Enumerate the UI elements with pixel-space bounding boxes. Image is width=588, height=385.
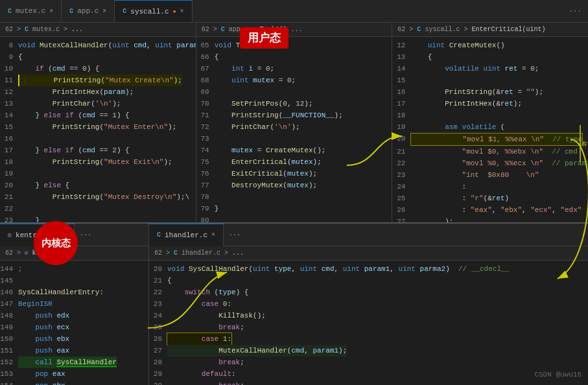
pane-ihandler-header: 62 > C ihandler.c > ... bbox=[149, 246, 588, 261]
breadcrumb-mutex: 62 > C mutex.c > ... bbox=[5, 26, 83, 33]
asm-icon-kentry: ⚙ bbox=[8, 231, 12, 239]
annotation-user-mode: 用户态 bbox=[240, 27, 288, 49]
c-icon-syscall: C bbox=[123, 8, 126, 15]
close-icon-mutex[interactable]: × bbox=[49, 8, 53, 15]
annotation-kernel-mode: 内核态 bbox=[34, 221, 78, 265]
watermark: CSDN @uwu16 bbox=[534, 371, 582, 379]
tab-mutex-c[interactable]: C mutex.c × bbox=[0, 0, 62, 22]
tab-label-mutex: mutex.c bbox=[16, 7, 45, 15]
pane-mutex-header: 62 > C mutex.c > ... bbox=[0, 23, 196, 37]
pane-ihandler: C ihandler.c × ··· 62 > C ihandler.c > .… bbox=[149, 224, 588, 385]
pane-kentry-code[interactable]: 144; 145 146SysCallHandlerEntry: 147Begi… bbox=[0, 261, 148, 385]
pane-ihandler-code[interactable]: 20void SysCallHandler(uint type, uint cm… bbox=[149, 261, 588, 385]
pane-mutex-code[interactable]: 8void MutexCallHandler(uint cmd, uint pa… bbox=[0, 37, 196, 222]
pane-mutex: 62 > C mutex.c > ... 8void MutexCallHand… bbox=[0, 23, 196, 222]
app-container: C mutex.c × C app.c × C syscall.c ● × ··… bbox=[0, 0, 588, 385]
c-icon-mutex: C bbox=[8, 8, 12, 15]
tab-app-c[interactable]: C app.c × bbox=[62, 0, 115, 22]
tab-bar-menu[interactable]: ··· bbox=[562, 7, 588, 15]
breadcrumb-syscall: 62 > C syscall.c > EnterCritical(uint) bbox=[397, 26, 545, 33]
bottom-section: ⚙ kentry.asm × ··· 62 > ⚙ kentry.asm 144… bbox=[0, 224, 588, 385]
top-section: 62 > C mutex.c > ... 8void MutexCallHand… bbox=[0, 23, 588, 224]
top-tab-bar: C mutex.c × C app.c × C syscall.c ● × ··… bbox=[0, 0, 588, 23]
tab-dot-syscall: ● bbox=[173, 8, 176, 14]
editor-container: 62 > C mutex.c > ... 8void MutexCallHand… bbox=[0, 23, 588, 385]
pane-app: 62 > C app.c > TaskA() ... 65void TaskA(… bbox=[196, 23, 393, 222]
c-icon-app: C bbox=[69, 8, 73, 15]
close-icon-syscall[interactable]: × bbox=[180, 8, 184, 15]
pane-app-header: 62 > C app.c > TaskA() ... bbox=[196, 23, 392, 37]
pane-syscall-code[interactable]: 12 uint CreateMutex() 13 { 14 volatile u… bbox=[392, 37, 588, 222]
tab-label-ihandler: ihandler.c bbox=[165, 231, 207, 239]
tab-ihandler-c[interactable]: C ihandler.c × bbox=[149, 224, 224, 246]
c-icon-ihandler: C bbox=[157, 231, 161, 239]
tab-label-syscall: syscall.c bbox=[130, 8, 169, 16]
bottom-right-tab-menu[interactable]: ··· bbox=[224, 231, 246, 239]
pane-syscall: 62 > C syscall.c > EnterCritical(uint) 1… bbox=[392, 23, 588, 222]
breadcrumb-ihandler: 62 > C ihandler.c > ... bbox=[154, 250, 244, 257]
bottom-left-tab-menu[interactable]: ··· bbox=[75, 231, 97, 239]
pane-syscall-header: 62 > C syscall.c > EnterCritical(uint) bbox=[392, 23, 588, 37]
pane-app-code[interactable]: 65void TaskA() 66{ 67 int i = 0; 68 uint… bbox=[196, 37, 392, 222]
tab-syscall-c[interactable]: C syscall.c ● × bbox=[115, 0, 192, 22]
close-icon-ihandler[interactable]: × bbox=[211, 231, 215, 239]
tab-label-app: app.c bbox=[77, 7, 99, 15]
bottom-right-tab-bar: C ihandler.c × ··· bbox=[149, 224, 588, 246]
close-icon-app[interactable]: × bbox=[102, 8, 106, 15]
